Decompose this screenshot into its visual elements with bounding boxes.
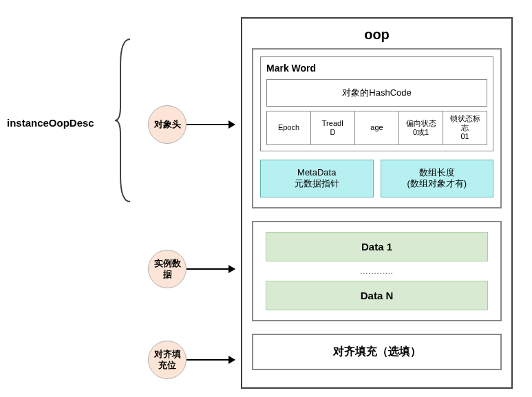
curly-brace <box>114 38 133 203</box>
arrow-header <box>187 124 235 125</box>
metadata-cell: MetaData 元数据指针 <box>260 160 374 198</box>
mark-word-box: Mark Word 对象的HashCode Epoch TreadI D age… <box>260 56 493 151</box>
meta-row: MetaData 元数据指针 数组长度 (数组对象才有) <box>260 160 493 198</box>
circle-padding: 对齐填 充位 <box>148 341 187 379</box>
mw-threadid: TreadI D <box>311 111 355 145</box>
circle-header-label: 对象头 <box>154 119 181 130</box>
oop-box: oop Mark Word 对象的HashCode Epoch TreadI D… <box>241 17 513 389</box>
instance-data-box: Data 1 ............ Data N <box>252 221 502 321</box>
arraylen-cell: 数组长度 (数组对象才有) <box>381 160 494 198</box>
mw-epoch: Epoch <box>266 111 311 145</box>
circle-padding-label: 对齐填 充位 <box>154 349 181 370</box>
mark-word-title: Mark Word <box>266 63 487 74</box>
circle-data-label: 实例数 据 <box>154 258 181 279</box>
padding-box: 对齐填充（选填） <box>252 334 502 370</box>
mark-word-row: Epoch TreadI D age 偏向状态 0或1 锁状态标 志 01 <box>266 111 487 145</box>
mw-age: age <box>355 111 399 145</box>
mw-lock: 锁状态标 志 01 <box>443 111 487 145</box>
arrow-padding <box>187 359 235 361</box>
data-first: Data 1 <box>266 232 488 261</box>
left-label: instanceOopDesc <box>7 117 94 129</box>
data-dots: ............ <box>266 261 488 281</box>
circle-data: 实例数 据 <box>148 250 187 288</box>
hashcode-cell: 对象的HashCode <box>266 79 487 107</box>
arrow-data <box>187 268 235 270</box>
data-last: Data N <box>266 281 488 310</box>
object-header-box: Mark Word 对象的HashCode Epoch TreadI D age… <box>252 48 502 208</box>
mw-bias: 偏向状态 0或1 <box>399 111 443 145</box>
circle-header: 对象头 <box>148 105 187 144</box>
oop-title: oop <box>242 19 511 48</box>
